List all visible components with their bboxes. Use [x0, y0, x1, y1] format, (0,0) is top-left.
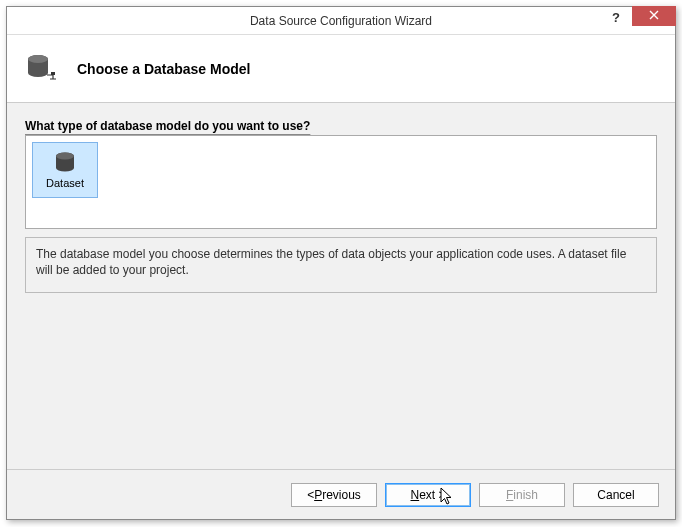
svg-rect-2 [51, 72, 55, 75]
header-title: Choose a Database Model [77, 61, 251, 77]
wizard-window: Data Source Configuration Wizard ? Choos… [6, 6, 676, 520]
model-options-list: Dataset [25, 135, 657, 229]
footer: < PPreviousrevious Next >Next > FinishFi… [7, 469, 675, 519]
next-button[interactable]: Next >Next > [385, 483, 471, 507]
cancel-button[interactable]: Cancel [573, 483, 659, 507]
option-label: Dataset [46, 177, 84, 189]
help-button[interactable]: ? [600, 7, 632, 27]
titlebar: Data Source Configuration Wizard ? [7, 7, 675, 35]
description-text: The database model you choose determines… [25, 237, 657, 293]
window-title: Data Source Configuration Wizard [7, 14, 675, 28]
header-panel: Choose a Database Model [7, 35, 675, 103]
content-area: What type of database model do you want … [7, 103, 675, 469]
dataset-icon [52, 151, 78, 175]
titlebar-controls: ? [600, 7, 675, 34]
finish-button: FinishFinish [479, 483, 565, 507]
previous-button[interactable]: < PPreviousrevious [291, 483, 377, 507]
option-dataset[interactable]: Dataset [32, 142, 98, 198]
svg-point-1 [28, 55, 48, 63]
close-button[interactable] [632, 6, 676, 26]
database-wizard-icon [25, 53, 57, 85]
svg-point-4 [56, 153, 74, 160]
close-icon [649, 9, 659, 23]
prompt-label: What type of database model do you want … [25, 119, 657, 133]
